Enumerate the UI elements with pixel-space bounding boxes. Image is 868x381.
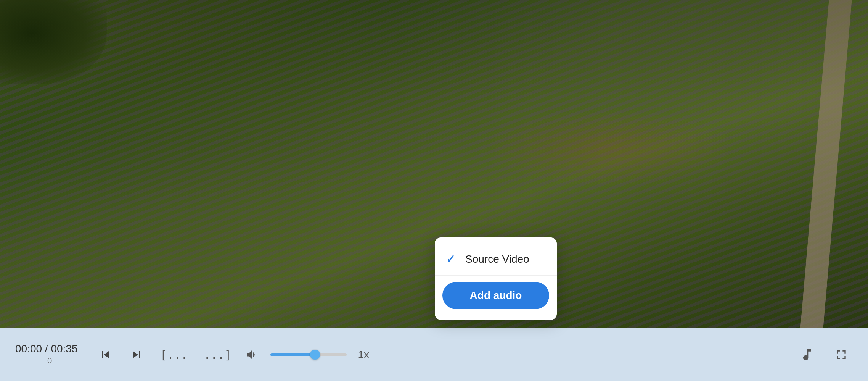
- music-icon: [799, 347, 815, 362]
- skip-forward-icon: [130, 348, 143, 362]
- music-button[interactable]: [796, 343, 818, 366]
- popup-divider: [435, 275, 557, 276]
- frame-number: 0: [15, 356, 84, 366]
- fullscreen-button[interactable]: [830, 343, 853, 366]
- fullscreen-icon: [834, 347, 849, 362]
- volume-icon: [245, 348, 259, 362]
- time-display: 00:00 / 00:35: [15, 344, 84, 354]
- source-video-label: Source Video: [465, 253, 529, 265]
- skip-back-icon: [98, 348, 112, 362]
- audio-popup-menu: ✓ Source Video Add audio: [435, 237, 557, 320]
- control-bar: 00:00 / 00:35 0 [... ...] 1x: [0, 328, 868, 381]
- time-separator: /: [42, 343, 51, 355]
- volume-slider[interactable]: [270, 353, 347, 356]
- bracket-out-button[interactable]: ...]: [201, 345, 233, 365]
- time-total: 00:35: [51, 343, 77, 355]
- check-icon: ✓: [446, 253, 458, 265]
- time-current: 00:00: [15, 343, 42, 355]
- video-player: [0, 0, 868, 328]
- source-video-option[interactable]: ✓ Source Video: [435, 245, 557, 273]
- volume-slider-container: [270, 353, 347, 356]
- time-display-wrapper: 00:00 / 00:35 0: [15, 344, 84, 366]
- skip-back-button[interactable]: [95, 345, 115, 365]
- add-audio-button[interactable]: Add audio: [442, 282, 549, 309]
- skip-forward-button[interactable]: [127, 345, 146, 365]
- bracket-in-button[interactable]: [...: [158, 345, 190, 365]
- speed-label: 1x: [358, 349, 370, 361]
